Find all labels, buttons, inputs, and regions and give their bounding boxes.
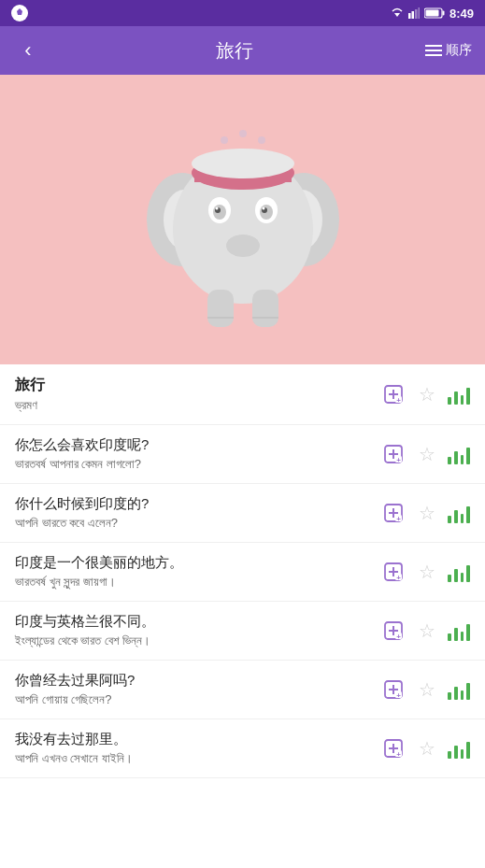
phrase-text-1: 你怎么会喜欢印度呢? ভারতবর্ষ আপনার কেমন লাগলো? xyxy=(15,436,371,472)
svg-text:+: + xyxy=(396,515,401,523)
svg-point-30 xyxy=(221,136,228,144)
bars-button-0[interactable] xyxy=(448,384,470,405)
phrase-item-0: 旅行 ভ্রমণ + ☆ xyxy=(0,364,485,425)
phrase-text-6: 我没有去过那里。 আপনি এখনও সেখানে যাইনি। xyxy=(15,731,371,766)
order-label: 顺序 xyxy=(446,42,472,59)
svg-rect-27 xyxy=(252,290,278,327)
add-button-5[interactable]: + xyxy=(380,676,407,703)
svg-point-0 xyxy=(18,11,21,15)
star-button-3[interactable]: ☆ xyxy=(416,561,438,583)
back-button[interactable]: ‹ xyxy=(13,38,43,63)
svg-rect-8 xyxy=(425,10,438,17)
svg-rect-7 xyxy=(442,11,444,16)
star-button-0[interactable]: ☆ xyxy=(416,383,438,406)
add-button-0[interactable]: + xyxy=(380,381,407,407)
bars-button-5[interactable] xyxy=(448,679,470,700)
phrase-sub-2: আপনি ভারতে কবে এলেন? xyxy=(15,516,371,531)
phrase-main-3: 印度是一个很美丽的地方。 xyxy=(15,554,371,572)
svg-point-25 xyxy=(226,235,260,257)
phrase-item-1: 你怎么会喜欢印度呢? ভারতবর্ষ আপনার কেমন লাগলো? + … xyxy=(0,425,485,484)
svg-point-16 xyxy=(192,149,294,178)
phrase-actions-4: + ☆ xyxy=(380,618,470,644)
wifi-icon xyxy=(391,7,404,19)
bars-button-4[interactable] xyxy=(448,620,470,641)
phrase-text-4: 印度与英格兰很不同。 ইংল্যান্ডের থেকে ভারত বেশ ভিন… xyxy=(15,613,371,648)
nav-bar: ‹ 旅行 顺序 xyxy=(0,26,485,75)
phrase-text-0: 旅行 ভ্রমণ xyxy=(15,376,371,413)
phrase-sub-5: আপনি গোয়ায় গেছিলেন? xyxy=(15,692,371,707)
add-button-1[interactable]: + xyxy=(380,441,407,467)
phrase-text-5: 你曾经去过果阿吗? আপনি গোয়ায় গেছিলেন? xyxy=(15,672,371,707)
phrase-sub-3: ভারতবর্ষ খুন সুন্দর জায়গা। xyxy=(15,575,371,590)
bars-button-2[interactable] xyxy=(448,503,470,523)
status-right-area: 8:49 xyxy=(391,7,474,21)
add-button-3[interactable]: + xyxy=(380,559,407,585)
svg-text:+: + xyxy=(396,691,401,700)
phrase-main-5: 你曾经去过果阿吗? xyxy=(15,672,371,690)
svg-rect-2 xyxy=(408,13,411,19)
svg-rect-3 xyxy=(411,11,414,19)
elephant-illustration xyxy=(140,98,346,341)
phrase-item-6: 我没有去过那里。 আপনি এখনও সেখানে যাইনি। + ☆ xyxy=(0,719,485,778)
phrase-item-4: 印度与英格兰很不同。 ইংল্যান্ডের থেকে ভারত বেশ ভিন… xyxy=(0,602,485,661)
svg-point-32 xyxy=(258,136,265,144)
phrase-item-2: 你什么时候到印度的? আপনি ভারতে কবে এলেন? + ☆ xyxy=(0,484,485,543)
svg-text:+: + xyxy=(396,456,401,464)
phrase-main-0: 旅行 xyxy=(15,376,371,395)
svg-text:+: + xyxy=(396,750,401,759)
order-button[interactable]: 顺序 xyxy=(425,42,472,59)
phrase-actions-1: + ☆ xyxy=(380,441,470,467)
phrase-main-4: 印度与英格兰很不同。 xyxy=(15,613,371,631)
bars-button-1[interactable] xyxy=(448,444,470,464)
svg-rect-4 xyxy=(415,9,418,19)
star-button-4[interactable]: ☆ xyxy=(416,619,438,642)
svg-text:+: + xyxy=(396,574,401,582)
add-button-4[interactable]: + xyxy=(380,618,407,644)
status-time: 8:49 xyxy=(449,7,474,21)
status-bar: 8:49 xyxy=(0,0,485,26)
hamburger-icon xyxy=(425,45,442,56)
add-button-2[interactable]: + xyxy=(380,500,407,526)
svg-point-23 xyxy=(215,207,218,210)
phrase-sub-4: ইংল্যান্ডের থেকে ভারত বেশ ভিন্ন। xyxy=(15,633,371,648)
phrase-sub-1: ভারতবর্ষ আপনার কেমন লাগলো? xyxy=(15,457,371,472)
phrase-main-6: 我没有去过那里。 xyxy=(15,731,371,748)
add-button-6[interactable]: + xyxy=(380,735,407,761)
svg-point-31 xyxy=(239,130,247,137)
phrase-item-3: 印度是一个很美丽的地方。 ভারতবর্ষ খুন সুন্দর জায়গা।… xyxy=(0,543,485,602)
star-button-2[interactable]: ☆ xyxy=(416,502,438,524)
nav-title: 旅行 xyxy=(43,38,425,64)
phrase-sub-0: ভ্রমণ xyxy=(15,398,371,413)
svg-marker-1 xyxy=(394,13,400,17)
bars-button-3[interactable] xyxy=(448,562,470,582)
svg-point-24 xyxy=(262,207,264,210)
svg-text:+: + xyxy=(396,633,401,641)
phrase-actions-5: + ☆ xyxy=(380,676,470,703)
app-logo xyxy=(11,5,28,21)
svg-rect-26 xyxy=(207,290,234,327)
phrase-actions-2: + ☆ xyxy=(380,500,470,526)
battery-icon xyxy=(424,7,445,19)
bars-button-6[interactable] xyxy=(448,738,470,759)
phrase-item-5: 你曾经去过果阿吗? আপনি গোয়ায় গেছিলেন? + ☆ xyxy=(0,661,485,719)
phrase-actions-0: + ☆ xyxy=(380,381,470,407)
phrase-main-2: 你什么时候到印度的? xyxy=(15,495,371,513)
phrase-actions-6: + ☆ xyxy=(380,735,470,761)
star-button-6[interactable]: ☆ xyxy=(416,737,438,760)
phrase-main-1: 你怎么会喜欢印度呢? xyxy=(15,436,371,454)
phrase-list: 旅行 ভ্রমণ + ☆ xyxy=(0,364,485,868)
phrase-text-3: 印度是一个很美丽的地方。 ভারতবর্ষ খুন সুন্দর জায়গা। xyxy=(15,554,371,590)
signal-icon xyxy=(408,7,420,19)
svg-text:+: + xyxy=(396,396,401,405)
hero-area xyxy=(0,75,485,364)
star-button-1[interactable]: ☆ xyxy=(416,443,438,465)
svg-rect-5 xyxy=(418,7,420,19)
phrase-sub-6: আপনি এখনও সেখানে যাইনি। xyxy=(15,751,371,766)
status-logo-area xyxy=(11,5,28,21)
phrase-text-2: 你什么时候到印度的? আপনি ভারতে কবে এলেন? xyxy=(15,495,371,531)
star-button-5[interactable]: ☆ xyxy=(416,678,438,701)
phrase-actions-3: + ☆ xyxy=(380,559,470,585)
